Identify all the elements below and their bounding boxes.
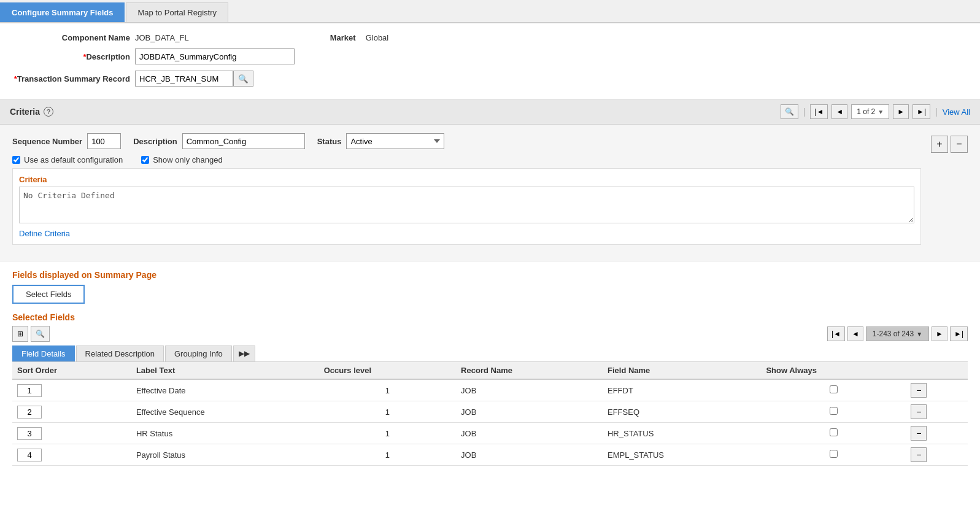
show-always-checkbox[interactable] xyxy=(830,428,838,436)
cell-occurs-level: 1 xyxy=(319,401,456,423)
criteria-box-title: Criteria xyxy=(19,175,914,184)
selected-fields-title: Selected Fields xyxy=(12,312,968,322)
sequence-number-input[interactable] xyxy=(87,133,121,149)
table-row: Effective Sequence 1 JOB EFFSEQ − xyxy=(12,401,968,423)
show-always-checkbox[interactable] xyxy=(830,385,838,393)
transaction-summary-label: *Transaction Summary Record xyxy=(12,74,135,83)
next-page-button[interactable]: ► xyxy=(893,104,909,119)
cell-record-name: JOB xyxy=(456,401,603,423)
fields-displayed-title: Fields displayed on Summary Page xyxy=(12,270,968,280)
cell-field-name: EMPL_STATUS xyxy=(603,444,761,466)
define-criteria-link[interactable]: Define Criteria xyxy=(19,229,914,238)
sub-tab-related-description[interactable]: Related Description xyxy=(76,345,164,361)
cell-remove: − xyxy=(906,379,968,401)
first-page-button[interactable]: |◄ xyxy=(810,104,828,119)
tab-configure-summary[interactable]: Configure Summary Fields xyxy=(0,2,125,22)
default-config-checkbox[interactable] xyxy=(12,156,20,164)
description-input[interactable] xyxy=(135,48,295,64)
table-body: Effective Date 1 JOB EFFDT − Effective S… xyxy=(12,379,968,466)
table-prev-button[interactable]: ◄ xyxy=(847,326,863,341)
table-next-button[interactable]: ► xyxy=(932,326,947,341)
sort-order-input[interactable] xyxy=(17,427,42,440)
criteria-main-row: Sequence Number Description Status Activ… xyxy=(12,133,921,149)
sort-order-input[interactable] xyxy=(17,384,42,397)
sub-tabs: Field Details Related Description Groupi… xyxy=(12,345,968,362)
col-show-always: Show Always xyxy=(761,362,906,379)
show-only-changed-checkbox[interactable] xyxy=(141,156,149,164)
grid-view-button[interactable]: ⊞ xyxy=(12,326,28,342)
row-remove-button[interactable]: − xyxy=(911,404,927,419)
toolbar-left: ⊞ 🔍 xyxy=(12,326,50,342)
table-last-button[interactable]: ►| xyxy=(950,326,968,341)
transaction-summary-row: *Transaction Summary Record 🔍 xyxy=(12,71,968,87)
criteria-body: Sequence Number Description Status Activ… xyxy=(0,125,980,261)
cell-record-name: JOB xyxy=(456,444,603,466)
add-row-button[interactable]: + xyxy=(931,136,948,153)
criteria-description-field: Description xyxy=(133,133,305,149)
sub-tab-grouping-info[interactable]: Grouping Info xyxy=(165,345,232,361)
status-field: Status Active Inactive xyxy=(317,133,445,149)
cell-show-always xyxy=(761,401,906,423)
row-remove-button[interactable]: − xyxy=(911,447,927,462)
last-page-button[interactable]: ►| xyxy=(912,104,930,119)
table-header-row: Sort Order Label Text Occurs level Recor… xyxy=(12,362,968,379)
transaction-summary-input[interactable] xyxy=(135,71,233,87)
sort-order-input[interactable] xyxy=(17,449,42,461)
default-config-checkbox-item: Use as default configuration xyxy=(12,155,123,164)
sub-tab-field-details[interactable]: Field Details xyxy=(12,345,75,361)
table-first-button[interactable]: |◄ xyxy=(827,326,845,341)
checkbox-row: Use as default configuration Show only c… xyxy=(12,155,921,164)
row-remove-button[interactable]: − xyxy=(911,426,927,441)
criteria-textarea[interactable] xyxy=(19,187,914,223)
cell-remove: − xyxy=(906,401,968,423)
default-config-label: Use as default configuration xyxy=(24,155,123,164)
show-always-checkbox[interactable] xyxy=(830,450,838,458)
transaction-summary-wrapper: 🔍 xyxy=(135,71,253,87)
view-all-link[interactable]: View All xyxy=(943,107,970,117)
market-label: Market xyxy=(238,33,361,42)
divider1: | xyxy=(803,107,806,117)
criteria-description-input[interactable] xyxy=(182,133,305,149)
criteria-title-text: Criteria xyxy=(10,107,40,117)
cell-sort-order xyxy=(12,379,131,401)
cell-occurs-level: 1 xyxy=(319,423,456,444)
status-select[interactable]: Active Inactive xyxy=(346,133,444,149)
cell-field-name: EFFDT xyxy=(603,379,761,401)
search-criteria-button[interactable]: 🔍 xyxy=(781,104,798,119)
cell-label-text: Effective Sequence xyxy=(131,401,319,423)
table-toolbar: ⊞ 🔍 |◄ ◄ 1-243 of 243 ▼ ► ►| xyxy=(12,326,968,342)
table-search-button[interactable]: 🔍 xyxy=(31,326,50,342)
row-remove-button[interactable]: − xyxy=(911,383,927,398)
table-row: Payroll Status 1 JOB EMPL_STATUS − xyxy=(12,444,968,466)
fields-table: Sort Order Label Text Occurs level Recor… xyxy=(12,362,968,466)
sort-order-input[interactable] xyxy=(17,406,42,419)
criteria-help-icon[interactable]: ? xyxy=(44,107,53,117)
main-tabs: Configure Summary Fields Map to Portal R… xyxy=(0,0,980,23)
cell-field-name: EFFSEQ xyxy=(603,401,761,423)
show-only-changed-label: Show only changed xyxy=(153,155,222,164)
criteria-description-label: Description xyxy=(133,137,177,146)
show-always-checkbox[interactable] xyxy=(830,407,838,415)
cell-remove: − xyxy=(906,444,968,466)
cell-sort-order xyxy=(12,401,131,423)
component-name-value: JOB_DATA_FL xyxy=(135,33,189,42)
toolbar-right: |◄ ◄ 1-243 of 243 ▼ ► ►| xyxy=(827,326,968,341)
dropdown-arrow[interactable]: ▼ xyxy=(878,109,884,115)
select-fields-button[interactable]: Select Fields xyxy=(12,285,85,304)
pagination-dropdown[interactable]: ▼ xyxy=(916,331,922,338)
tab-map-portal[interactable]: Map to Portal Registry xyxy=(126,2,228,22)
transaction-summary-search-button[interactable]: 🔍 xyxy=(233,71,253,87)
cell-sort-order xyxy=(12,423,131,444)
pagination-text: 1-243 of 243 xyxy=(873,330,914,338)
prev-page-button[interactable]: ◄ xyxy=(831,104,847,119)
col-label-text: Label Text xyxy=(131,362,319,379)
criteria-section: Criteria ? 🔍 | |◄ ◄ 1 of 2 ▼ ► ►| | View… xyxy=(0,99,980,261)
add-remove-buttons: + − xyxy=(931,136,968,153)
description-label: *Description xyxy=(12,52,135,61)
component-name-row: Component Name JOB_DATA_FL Market Global xyxy=(12,33,968,42)
cell-remove: − xyxy=(906,423,968,444)
sub-tab-more[interactable]: ▶▶ xyxy=(233,345,255,361)
show-only-changed-checkbox-item: Show only changed xyxy=(141,155,222,164)
remove-row-button[interactable]: − xyxy=(951,136,968,153)
cell-sort-order xyxy=(12,444,131,466)
